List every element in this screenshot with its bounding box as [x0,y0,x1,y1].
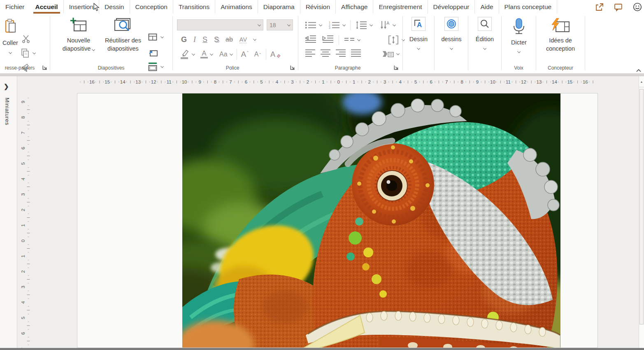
svg-text:0: 0 [21,240,26,242]
horizontal-ruler[interactable]: 1615141312111098765432101234567891011121… [33,76,639,87]
align-left-button[interactable] [305,49,316,59]
tab-transitions[interactable]: Transitions [173,0,215,14]
align-text-button[interactable] [388,35,405,45]
convert-smartart-button[interactable] [382,49,399,58]
svg-text:3: 3 [329,26,330,29]
shapes-circle-icon [446,19,457,29]
tab-affichage[interactable]: Affichage [336,0,373,14]
reset-slide-button[interactable] [148,48,158,57]
copy-button[interactable] [21,48,35,58]
tab-conception[interactable]: Conception [130,0,173,14]
shrink-font-button[interactable]: A⌄ [254,51,262,58]
tab-enregistrement[interactable]: Enregistrement [373,0,428,14]
designer-group-label: Concepteur [536,65,585,71]
new-slide-button[interactable]: Nouvelle diapositive [58,17,100,64]
scroll-up-button[interactable]: ▲ [639,76,644,87]
character-spacing-button[interactable]: AV [239,36,247,43]
svg-text:3: 3 [384,79,386,84]
drawings-group-button[interactable]: dessins [435,17,467,64]
font-size-combobox[interactable]: 18 [267,19,293,30]
numbering-button[interactable]: 1 2 3 [328,21,345,30]
drawings-iconbox [444,17,458,31]
tab-accueil[interactable]: Accueil [30,0,64,14]
share-icon [595,2,604,12]
chameleon-picture[interactable] [182,93,560,348]
editing-iconbox [478,17,492,31]
strikethrough-button[interactable]: ab [226,36,233,43]
slides-group-label: Diapositives [50,65,172,71]
scrollbar-thumb[interactable] [639,89,644,324]
tab-aide[interactable]: Aide [475,0,499,14]
vertical-ruler[interactable]: 98765432101234567 [17,76,33,348]
tab-dessin[interactable]: Dessin [99,0,130,14]
font-dialog-launcher[interactable] [290,65,295,70]
menu-tabs: FichierAccueilInsertionDessinConceptionT… [0,0,557,14]
mini-separator [350,20,351,30]
grow-font-button[interactable]: A⌃ [241,50,249,59]
increase-indent-button[interactable] [322,35,334,45]
columns-button[interactable] [344,36,360,44]
align-right-button[interactable] [335,49,346,59]
svg-text:9: 9 [476,79,479,84]
font-color-button[interactable]: A [200,50,213,59]
font-color-glyph: A [200,50,208,56]
svg-text:13: 13 [135,79,141,84]
text-direction-button[interactable]: A [380,20,395,30]
dictate-button[interactable]: Dicter [503,17,535,64]
line-spacing-button[interactable] [356,21,372,30]
paragraph-dialog-launcher[interactable] [393,65,399,70]
tab-revision[interactable]: Révision [300,0,336,14]
svg-text:8: 8 [21,116,26,119]
italic-button[interactable]: I [193,35,196,44]
bullets-button[interactable] [305,21,322,30]
decrease-indent-button[interactable] [305,35,316,45]
text-direction-icon: A [380,20,391,30]
group-separator [434,16,435,70]
vertical-scrollbar[interactable]: ▲ [639,76,644,348]
clipboard-dialog-launcher[interactable] [42,65,48,70]
chevron-down-icon [210,52,213,56]
paste-label: Coller [2,39,18,47]
share-button[interactable] [595,2,604,12]
text-shadow-button[interactable]: S [214,35,219,44]
tab-diaporama[interactable]: Diaporama [258,0,300,14]
editing-group-button[interactable]: Édition [469,17,500,64]
layout-button[interactable] [148,33,163,41]
svg-text:8: 8 [460,79,463,84]
draw-label: Dessin [409,35,428,44]
cut-button[interactable] [21,34,30,43]
mini-separator [339,35,339,45]
underline-button[interactable]: S [202,35,207,44]
thumbnails-pane-label: Miniatures [4,98,10,125]
tab-fichier[interactable]: Fichier [0,0,30,14]
draw-group-button[interactable]: A Dessin [404,17,433,64]
clear-formatting-button[interactable]: A [270,50,281,59]
clipboard-icon [4,19,16,34]
reuse-slides-button[interactable]: Réutiliser des diapositives [101,17,145,64]
collapse-ribbon-button[interactable] [636,68,642,72]
justify-button[interactable] [351,49,361,59]
align-center-button[interactable] [320,49,331,59]
tab-animations[interactable]: Animations [215,0,258,14]
svg-text:1: 1 [21,255,26,257]
feedback-button[interactable] [632,2,642,12]
bold-button[interactable]: G [181,35,187,44]
expand-thumbnails-chevron-icon[interactable]: ❯ [4,83,9,90]
slide-layout-icon [148,33,157,41]
reset-slide-icon [148,48,158,57]
tab-plans[interactable]: Plans conceptue [499,0,558,14]
paste-button[interactable]: Coller [1,17,20,64]
tab-developpeur[interactable]: Développeur [428,0,475,14]
group-separator [536,16,536,70]
change-case-button[interactable]: Aa [219,51,232,58]
chevron-down-icon [450,47,453,50]
svg-text:12: 12 [521,79,526,84]
design-ideas-button[interactable]: Idées de conception [537,17,584,64]
slide-canvas[interactable] [77,93,598,348]
chevron-down-icon [253,37,257,41]
highlight-color-button[interactable] [179,49,195,60]
thumbnails-pane-collapsed[interactable]: ❯ Miniatures [0,76,17,348]
font-name-combobox[interactable] [177,19,263,30]
comments-button[interactable] [614,2,623,12]
svg-text:7: 7 [21,131,26,134]
